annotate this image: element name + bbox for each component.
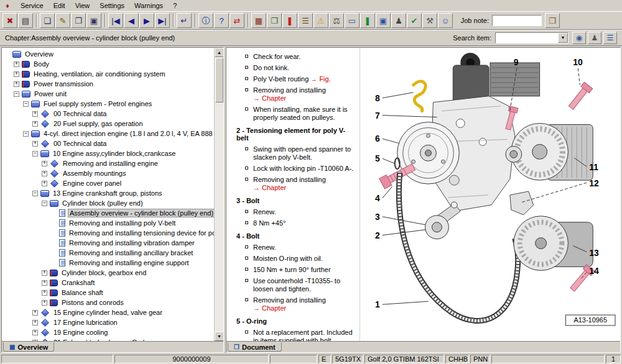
cross-reference-link[interactable]: → Chapter <box>253 184 326 192</box>
expand-icon[interactable]: + <box>32 320 38 325</box>
tree-tab-overview[interactable]: ▦ Overview <box>3 342 54 352</box>
tree-item[interactable]: +20 Fuel supply, gas operation <box>2 119 214 129</box>
tree-item[interactable]: +Crankshaft <box>2 278 214 288</box>
update-button[interactable]: ⇄ <box>230 13 244 28</box>
expand-icon[interactable]: + <box>32 121 38 127</box>
job-note-button[interactable]: ❒ <box>545 13 560 28</box>
scroll-up-button[interactable]: ▲ <box>215 48 223 57</box>
copy-document-button[interactable]: ❐ <box>71 13 86 28</box>
previous-page-button[interactable]: ◀ <box>124 13 139 28</box>
tree-item[interactable]: −Fuel supply system - Petrol engines <box>2 99 214 109</box>
contents-list-button[interactable]: ☰ <box>603 32 617 44</box>
tree-item[interactable]: +Removing and installing engine <box>2 158 214 168</box>
tree-item[interactable]: −10 Engine assy,cylinder block,crankcase <box>2 148 214 158</box>
menu-view[interactable]: View <box>70 1 95 11</box>
help-button[interactable]: ? <box>214 13 229 28</box>
tree-item[interactable]: +Pistons and conrods <box>2 298 214 307</box>
expand-icon[interactable]: + <box>42 280 47 286</box>
collapse-icon[interactable]: − <box>42 201 47 206</box>
tree-item[interactable]: Removing and installing vibration damper <box>2 238 214 248</box>
search-item-button[interactable]: ◉ <box>572 32 586 44</box>
tree-item[interactable]: +00 Technical data <box>2 139 214 148</box>
tree-item[interactable]: +17 Engine lubrication <box>2 317 214 327</box>
first-page-button[interactable]: |◀ <box>108 13 123 28</box>
tree-item[interactable]: Removing and installing poly V-belt <box>2 218 214 228</box>
literature-button[interactable]: ☰ <box>298 13 313 28</box>
cross-reference-link[interactable]: → Fig. <box>310 75 330 83</box>
tree-item[interactable]: Removing and installing engine support <box>2 258 214 268</box>
user-help-button[interactable]: ☺ <box>438 13 453 28</box>
tree-item[interactable]: Removing and installing tensioning devic… <box>2 228 214 238</box>
parts-catalog-button[interactable]: ▦ <box>251 13 266 28</box>
workshop-tools-button[interactable]: ⚒ <box>422 13 437 28</box>
menu-warnings[interactable]: Warnings <box>129 1 168 11</box>
menu-service[interactable]: Service <box>16 1 49 11</box>
service-cards-button[interactable]: ❒ <box>267 13 282 28</box>
tree-item[interactable]: +Cylinder block, gearbox end <box>2 268 214 278</box>
monitor-button[interactable]: ▭ <box>345 13 360 28</box>
tree-item[interactable]: +Balance shaft <box>2 288 214 298</box>
expand-icon[interactable]: + <box>32 111 38 117</box>
new-document-button[interactable]: ❏ <box>40 13 55 28</box>
expand-icon[interactable]: + <box>42 161 47 166</box>
expand-icon[interactable]: + <box>32 330 38 335</box>
job-note-input[interactable] <box>492 15 542 26</box>
last-page-button[interactable]: ▶| <box>155 13 170 28</box>
expand-icon[interactable]: + <box>32 310 38 316</box>
menu-edit[interactable]: Edit <box>49 1 70 11</box>
menu-help[interactable]: ? <box>168 1 182 11</box>
tree-item[interactable]: +Engine cover panel <box>2 178 214 188</box>
scroll-thumb[interactable] <box>215 58 223 102</box>
tree-item[interactable]: +00 Technical data <box>2 109 214 119</box>
search-combobox[interactable]: ▼ <box>495 32 569 43</box>
expand-icon[interactable]: + <box>14 61 19 67</box>
document-tab[interactable]: ❒ Document <box>228 342 282 352</box>
expand-icon[interactable]: + <box>42 290 47 296</box>
vehicle-document-button[interactable]: ▣ <box>86 13 101 28</box>
expand-icon[interactable]: + <box>14 81 19 87</box>
collapse-icon[interactable]: − <box>23 101 29 107</box>
scales-button[interactable]: ⚖ <box>329 13 344 28</box>
search-dropdown-button[interactable]: ▼ <box>558 33 568 43</box>
vehicle-owner-button[interactable]: ♟ <box>391 13 406 28</box>
warning-notes-button[interactable]: ⚠ <box>313 13 328 28</box>
info-button[interactable]: ⓘ <box>198 13 213 28</box>
cross-reference-link[interactable]: → Chapter <box>253 304 326 312</box>
tree-item[interactable]: +Power transmission <box>2 79 214 89</box>
tree-item[interactable]: Assembly overview - cylinder block (pull… <box>2 208 214 218</box>
vehicle-button[interactable]: ▣ <box>376 13 391 28</box>
scroll-down-button[interactable]: ▼ <box>215 332 223 341</box>
expand-icon[interactable]: + <box>32 141 38 147</box>
scroll-track[interactable] <box>215 57 223 332</box>
checklist-button[interactable]: ✔ <box>407 13 422 28</box>
tree-item[interactable]: −Cylinder block (pulley end) <box>2 198 214 208</box>
expand-icon[interactable]: + <box>42 300 47 306</box>
exit-button[interactable]: ✖ <box>2 13 17 28</box>
tree-item[interactable]: +Assembly mountings <box>2 168 214 178</box>
expand-icon[interactable]: + <box>14 71 19 77</box>
tree-item[interactable]: −4-cyl. direct injection engine (1.8 l a… <box>2 129 214 139</box>
repair-manual-button[interactable]: ❚ <box>282 13 297 28</box>
collapse-icon[interactable]: − <box>23 131 29 137</box>
tree-item[interactable]: +Heating, ventilation, air conditioning … <box>2 69 214 79</box>
tree-item[interactable]: +19 Engine cooling <box>2 327 214 337</box>
collapse-icon[interactable]: − <box>32 151 38 157</box>
search-vehicle-button[interactable]: ♟ <box>588 32 601 44</box>
next-page-button[interactable]: ▶ <box>139 13 154 28</box>
tree-item[interactable]: +Body <box>2 59 214 69</box>
tree-item[interactable]: Overview <box>2 49 214 59</box>
cross-reference-link[interactable]: → Chapter <box>253 94 326 102</box>
expand-icon[interactable]: + <box>42 181 47 186</box>
expand-icon[interactable]: + <box>42 270 47 276</box>
menu-settings[interactable]: Settings <box>95 1 129 11</box>
green-manual-button[interactable]: ❚ <box>360 13 375 28</box>
edit-document-button[interactable]: ✎ <box>55 13 70 28</box>
tree-item[interactable]: −Power unit <box>2 89 214 99</box>
expand-icon[interactable]: + <box>42 171 47 176</box>
collapse-icon[interactable]: − <box>32 191 38 196</box>
tree-item[interactable]: −13 Engine crankshaft group, pistons <box>2 188 214 198</box>
tree-item[interactable]: +15 Engine cylinder head, valve gear <box>2 307 214 317</box>
print-button[interactable]: ▤ <box>18 13 33 28</box>
toc-return-button[interactable]: ↵ <box>177 13 192 28</box>
collapse-icon[interactable]: − <box>14 91 19 97</box>
